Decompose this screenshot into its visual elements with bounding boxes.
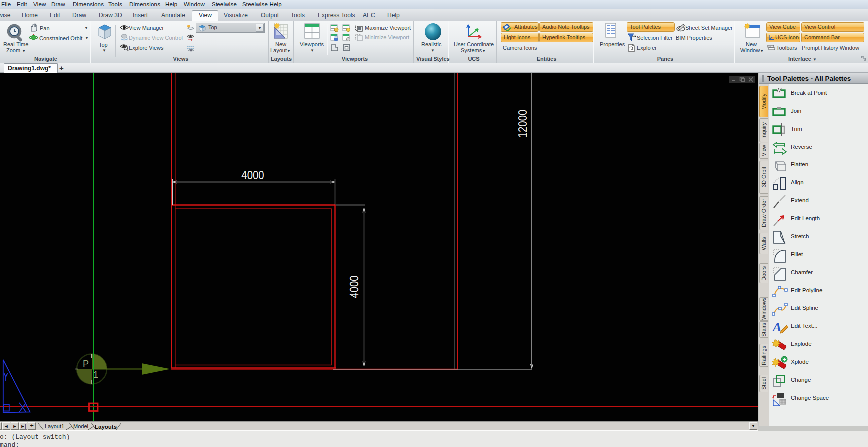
svg-text:P: P: [83, 359, 89, 369]
svg-text:A: A: [772, 320, 781, 334]
svg-text:Model: Model: [73, 423, 88, 429]
svg-text:12000: 12000: [516, 110, 529, 138]
svg-text:4000: 4000: [241, 168, 264, 182]
svg-text:Layouts: Layouts: [95, 424, 117, 430]
svg-text:1: 1: [93, 370, 98, 380]
svg-text:4000: 4000: [347, 275, 361, 298]
svg-text:Layout1: Layout1: [45, 423, 64, 429]
